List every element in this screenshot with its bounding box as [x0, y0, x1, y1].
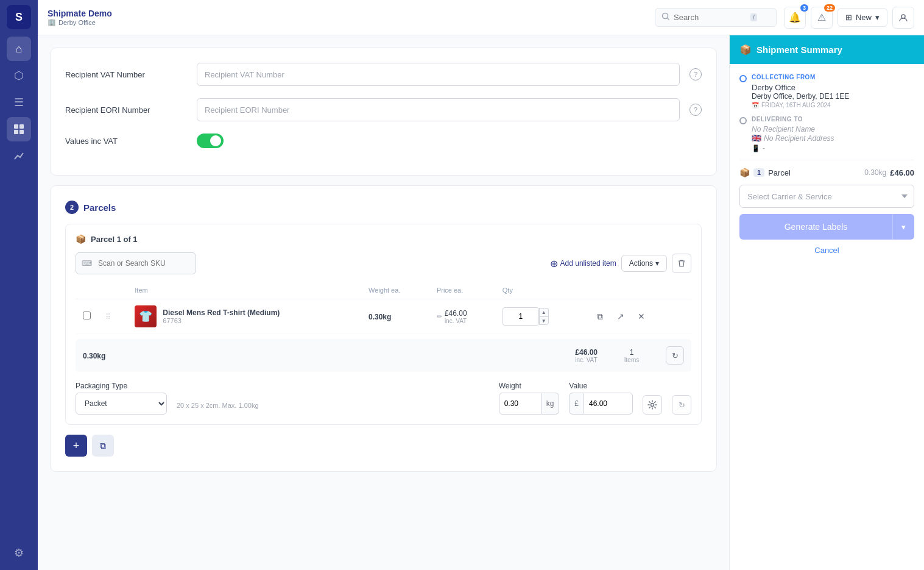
- total-price-vat: inc. VAT: [575, 357, 598, 363]
- row-actions: ⧉ ↗ ✕: [591, 308, 684, 325]
- parcel-action-buttons: + ⧉: [65, 435, 702, 457]
- actions-button[interactable]: Actions ▾: [621, 255, 667, 272]
- sidebar-item-dashboard[interactable]: [7, 117, 31, 141]
- items-table: Item Weight ea. Price ea. Qty ⠿: [76, 282, 691, 334]
- parcels-section-header: 2 Parcels: [65, 201, 702, 214]
- carrier-select[interactable]: Select Carrier & Service: [739, 185, 914, 208]
- panel-body: COLLECTING FROM Derby Office Derby Offic…: [730, 64, 924, 570]
- weight-input[interactable]: [499, 393, 541, 415]
- add-parcel-button[interactable]: +: [65, 435, 87, 457]
- delivering-label: DELIVERING TO: [752, 116, 914, 123]
- value-prefix: £: [569, 393, 584, 415]
- refresh-totals-button[interactable]: ↻: [666, 346, 684, 365]
- main-content: Recipient VAT Number ? Recipient EORI Nu…: [38, 35, 729, 570]
- delivering-phone: -: [763, 144, 765, 152]
- svg-point-6: [651, 404, 654, 407]
- total-qty-label: Items: [607, 357, 656, 363]
- col-item: Item: [127, 282, 361, 299]
- eori-help-icon[interactable]: ?: [689, 104, 702, 116]
- new-button[interactable]: ⊞ New ▾: [838, 8, 887, 27]
- add-unlisted-icon: ⊕: [550, 258, 558, 269]
- delivering-name: No Recipient Name: [752, 125, 914, 134]
- summary-panel: 📦 Shipment Summary COLLECTING FROM Derby…: [729, 35, 924, 570]
- value-label: Value: [569, 382, 633, 390]
- item-thumbnail: 👕: [135, 305, 157, 327]
- pkg-refresh-button[interactable]: ↻: [672, 395, 691, 415]
- eori-label: Recipient EORI Number: [65, 105, 187, 115]
- sidebar-item-packages[interactable]: ⬡: [7, 63, 31, 88]
- generate-labels-arrow[interactable]: ▾: [892, 214, 914, 240]
- collecting-name: Derby Office: [752, 83, 914, 92]
- sidebar-item-home[interactable]: ⌂: [7, 37, 31, 61]
- qty-down[interactable]: ▼: [539, 316, 549, 325]
- pkg-settings-button[interactable]: [643, 395, 662, 415]
- sidebar-item-analytics[interactable]: [7, 144, 31, 168]
- cancel-button[interactable]: Cancel: [739, 246, 914, 255]
- parcel-summary-label: Parcel: [768, 168, 861, 177]
- new-chevron-icon: ▾: [875, 13, 880, 22]
- generate-btn-wrap: Generate Labels ▾: [739, 214, 914, 240]
- svg-rect-2: [14, 130, 18, 134]
- location-icon: 🏢: [48, 18, 56, 26]
- parcel-summary-row: 📦 1 Parcel 0.30kg £46.00: [739, 168, 914, 177]
- flag-icon: 🇬🇧: [752, 134, 761, 143]
- total-price: £46.00: [575, 348, 598, 357]
- parcels-section-title: Parcels: [83, 202, 116, 213]
- search-input[interactable]: [674, 13, 747, 22]
- vat-help-icon[interactable]: ?: [689, 68, 702, 80]
- panel-header-title: Shipment Summary: [756, 45, 842, 55]
- weight-unit: kg: [541, 393, 560, 415]
- search-bar[interactable]: /: [655, 8, 777, 27]
- packaging-select[interactable]: Packet: [76, 393, 167, 415]
- delete-parcel-button[interactable]: [672, 254, 691, 273]
- remove-item-button[interactable]: ✕: [633, 308, 650, 325]
- actions-chevron-icon: ▾: [655, 259, 659, 268]
- eori-row: Recipient EORI Number ?: [65, 98, 702, 121]
- sidebar-item-settings[interactable]: ⚙: [7, 541, 31, 565]
- add-unlisted-button[interactable]: ⊕ Add unlisted item: [550, 258, 616, 269]
- copy-parcel-button[interactable]: ⧉: [92, 435, 114, 457]
- total-qty: 1: [607, 348, 656, 357]
- item-price: £46.00: [445, 309, 467, 318]
- item-sku: 67763: [163, 317, 280, 324]
- vat-toggle[interactable]: [197, 134, 224, 148]
- search-icon: [661, 12, 670, 23]
- vat-toggle-row: Values inc VAT: [65, 134, 702, 148]
- sidebar-item-list[interactable]: ☰: [7, 90, 31, 115]
- delivering-dot: [739, 117, 747, 124]
- qty-up[interactable]: ▲: [539, 308, 549, 316]
- price-edit-icon[interactable]: ✏: [437, 313, 442, 321]
- new-icon: ⊞: [845, 13, 852, 22]
- row-checkbox[interactable]: [83, 312, 91, 319]
- alert-button[interactable]: ⚠ 22: [811, 7, 833, 29]
- value-input[interactable]: [584, 393, 633, 415]
- avatar-button[interactable]: [892, 7, 914, 29]
- parcel-title: Parcel 1 of 1: [91, 235, 138, 244]
- parcels-section-number: 2: [65, 201, 79, 214]
- generate-labels-button[interactable]: Generate Labels: [739, 214, 892, 240]
- drag-handle[interactable]: ⠿: [105, 313, 111, 321]
- app-logo[interactable]: S: [7, 5, 31, 29]
- bell-button[interactable]: 🔔 3: [784, 7, 806, 29]
- alert-badge: 22: [824, 4, 835, 12]
- brand: Shipmate Demo 🏢 Derby Office: [48, 9, 112, 26]
- vat-input[interactable]: [197, 63, 680, 86]
- phone-icon: 📱: [752, 144, 760, 152]
- packaging-dims: 20 x 25 x 2cm. Max. 1.00kg: [177, 402, 259, 409]
- vat-label: Recipient VAT Number: [65, 70, 187, 79]
- share-item-button[interactable]: ↗: [612, 308, 629, 325]
- qty-input[interactable]: [503, 307, 539, 326]
- col-weight: Weight ea.: [361, 282, 429, 299]
- scan-input[interactable]: [76, 252, 196, 274]
- scan-input-wrap: ⌨: [76, 252, 545, 274]
- parcel-header: 📦 Parcel 1 of 1: [76, 234, 691, 244]
- bell-badge: 3: [800, 4, 808, 12]
- item-name: Diesel Mens Red T-shirt (Medium): [163, 308, 280, 317]
- total-weight: 0.30kg: [83, 352, 105, 360]
- eori-input[interactable]: [197, 98, 680, 121]
- search-kbd: /: [750, 13, 757, 21]
- collecting-from-section: COLLECTING FROM Derby Office Derby Offic…: [739, 74, 914, 109]
- sidebar: S ⌂ ⬡ ☰ ⚙: [0, 0, 38, 570]
- panel-header: 📦 Shipment Summary: [730, 35, 924, 64]
- copy-item-button[interactable]: ⧉: [591, 308, 608, 325]
